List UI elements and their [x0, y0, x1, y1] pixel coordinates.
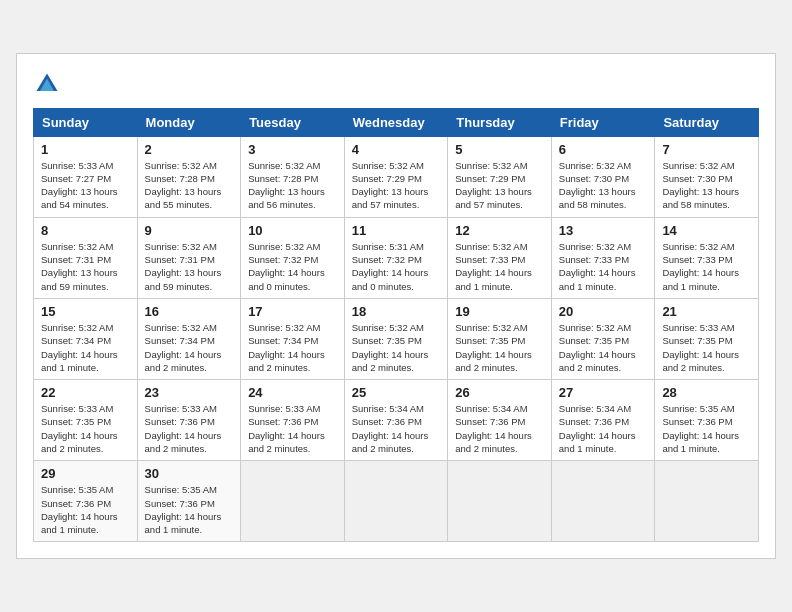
day-number: 15 [41, 304, 130, 319]
day-number: 29 [41, 466, 130, 481]
calendar-cell [344, 461, 448, 542]
header-sunday: Sunday [34, 108, 138, 136]
calendar-week-row: 22Sunrise: 5:33 AMSunset: 7:35 PMDayligh… [34, 380, 759, 461]
calendar-cell: 20Sunrise: 5:32 AMSunset: 7:35 PMDayligh… [551, 298, 655, 379]
day-number: 4 [352, 142, 441, 157]
calendar-week-row: 15Sunrise: 5:32 AMSunset: 7:34 PMDayligh… [34, 298, 759, 379]
calendar-week-row: 29Sunrise: 5:35 AMSunset: 7:36 PMDayligh… [34, 461, 759, 542]
day-info: Sunrise: 5:35 AMSunset: 7:36 PMDaylight:… [662, 402, 751, 455]
day-number: 22 [41, 385, 130, 400]
day-info: Sunrise: 5:32 AMSunset: 7:29 PMDaylight:… [455, 159, 544, 212]
calendar-cell [448, 461, 552, 542]
day-info: Sunrise: 5:32 AMSunset: 7:35 PMDaylight:… [455, 321, 544, 374]
calendar-cell: 15Sunrise: 5:32 AMSunset: 7:34 PMDayligh… [34, 298, 138, 379]
calendar-cell: 10Sunrise: 5:32 AMSunset: 7:32 PMDayligh… [241, 217, 345, 298]
calendar-cell: 3Sunrise: 5:32 AMSunset: 7:28 PMDaylight… [241, 136, 345, 217]
day-info: Sunrise: 5:32 AMSunset: 7:34 PMDaylight:… [145, 321, 234, 374]
header-thursday: Thursday [448, 108, 552, 136]
day-number: 13 [559, 223, 648, 238]
header-friday: Friday [551, 108, 655, 136]
day-info: Sunrise: 5:32 AMSunset: 7:28 PMDaylight:… [248, 159, 337, 212]
day-info: Sunrise: 5:32 AMSunset: 7:33 PMDaylight:… [662, 240, 751, 293]
day-info: Sunrise: 5:32 AMSunset: 7:34 PMDaylight:… [41, 321, 130, 374]
day-info: Sunrise: 5:33 AMSunset: 7:35 PMDaylight:… [41, 402, 130, 455]
day-number: 21 [662, 304, 751, 319]
calendar-cell: 19Sunrise: 5:32 AMSunset: 7:35 PMDayligh… [448, 298, 552, 379]
day-number: 20 [559, 304, 648, 319]
day-info: Sunrise: 5:31 AMSunset: 7:32 PMDaylight:… [352, 240, 441, 293]
day-number: 10 [248, 223, 337, 238]
calendar-cell: 16Sunrise: 5:32 AMSunset: 7:34 PMDayligh… [137, 298, 241, 379]
calendar-cell: 29Sunrise: 5:35 AMSunset: 7:36 PMDayligh… [34, 461, 138, 542]
calendar-cell: 1Sunrise: 5:33 AMSunset: 7:27 PMDaylight… [34, 136, 138, 217]
day-info: Sunrise: 5:32 AMSunset: 7:32 PMDaylight:… [248, 240, 337, 293]
day-info: Sunrise: 5:32 AMSunset: 7:30 PMDaylight:… [559, 159, 648, 212]
day-number: 26 [455, 385, 544, 400]
day-number: 25 [352, 385, 441, 400]
calendar-cell: 13Sunrise: 5:32 AMSunset: 7:33 PMDayligh… [551, 217, 655, 298]
header-monday: Monday [137, 108, 241, 136]
day-info: Sunrise: 5:34 AMSunset: 7:36 PMDaylight:… [352, 402, 441, 455]
day-number: 19 [455, 304, 544, 319]
day-info: Sunrise: 5:32 AMSunset: 7:35 PMDaylight:… [559, 321, 648, 374]
header-tuesday: Tuesday [241, 108, 345, 136]
day-number: 8 [41, 223, 130, 238]
day-number: 24 [248, 385, 337, 400]
day-number: 17 [248, 304, 337, 319]
calendar-cell: 6Sunrise: 5:32 AMSunset: 7:30 PMDaylight… [551, 136, 655, 217]
day-number: 18 [352, 304, 441, 319]
calendar-cell [241, 461, 345, 542]
day-info: Sunrise: 5:33 AMSunset: 7:35 PMDaylight:… [662, 321, 751, 374]
day-number: 1 [41, 142, 130, 157]
calendar-cell: 27Sunrise: 5:34 AMSunset: 7:36 PMDayligh… [551, 380, 655, 461]
day-info: Sunrise: 5:35 AMSunset: 7:36 PMDaylight:… [145, 483, 234, 536]
calendar-cell [551, 461, 655, 542]
day-number: 23 [145, 385, 234, 400]
logo [33, 70, 65, 98]
day-info: Sunrise: 5:32 AMSunset: 7:30 PMDaylight:… [662, 159, 751, 212]
day-number: 27 [559, 385, 648, 400]
calendar-cell: 7Sunrise: 5:32 AMSunset: 7:30 PMDaylight… [655, 136, 759, 217]
day-info: Sunrise: 5:32 AMSunset: 7:33 PMDaylight:… [559, 240, 648, 293]
calendar-cell: 25Sunrise: 5:34 AMSunset: 7:36 PMDayligh… [344, 380, 448, 461]
day-number: 6 [559, 142, 648, 157]
calendar-cell: 21Sunrise: 5:33 AMSunset: 7:35 PMDayligh… [655, 298, 759, 379]
calendar-cell: 11Sunrise: 5:31 AMSunset: 7:32 PMDayligh… [344, 217, 448, 298]
day-info: Sunrise: 5:33 AMSunset: 7:27 PMDaylight:… [41, 159, 130, 212]
header-wednesday: Wednesday [344, 108, 448, 136]
header-saturday: Saturday [655, 108, 759, 136]
calendar-cell: 28Sunrise: 5:35 AMSunset: 7:36 PMDayligh… [655, 380, 759, 461]
calendar-cell: 24Sunrise: 5:33 AMSunset: 7:36 PMDayligh… [241, 380, 345, 461]
day-info: Sunrise: 5:32 AMSunset: 7:31 PMDaylight:… [145, 240, 234, 293]
day-info: Sunrise: 5:34 AMSunset: 7:36 PMDaylight:… [455, 402, 544, 455]
calendar-cell [655, 461, 759, 542]
calendar-cell: 9Sunrise: 5:32 AMSunset: 7:31 PMDaylight… [137, 217, 241, 298]
day-number: 3 [248, 142, 337, 157]
calendar-container: Sunday Monday Tuesday Wednesday Thursday… [16, 53, 776, 560]
day-number: 14 [662, 223, 751, 238]
day-number: 11 [352, 223, 441, 238]
day-info: Sunrise: 5:34 AMSunset: 7:36 PMDaylight:… [559, 402, 648, 455]
logo-icon [33, 70, 61, 98]
calendar-week-row: 1Sunrise: 5:33 AMSunset: 7:27 PMDaylight… [34, 136, 759, 217]
day-info: Sunrise: 5:33 AMSunset: 7:36 PMDaylight:… [145, 402, 234, 455]
day-number: 30 [145, 466, 234, 481]
day-number: 28 [662, 385, 751, 400]
day-number: 9 [145, 223, 234, 238]
day-number: 2 [145, 142, 234, 157]
calendar-cell: 14Sunrise: 5:32 AMSunset: 7:33 PMDayligh… [655, 217, 759, 298]
calendar-cell: 23Sunrise: 5:33 AMSunset: 7:36 PMDayligh… [137, 380, 241, 461]
day-number: 16 [145, 304, 234, 319]
day-number: 5 [455, 142, 544, 157]
calendar-table: Sunday Monday Tuesday Wednesday Thursday… [33, 108, 759, 543]
calendar-cell: 5Sunrise: 5:32 AMSunset: 7:29 PMDaylight… [448, 136, 552, 217]
calendar-cell: 2Sunrise: 5:32 AMSunset: 7:28 PMDaylight… [137, 136, 241, 217]
calendar-cell: 4Sunrise: 5:32 AMSunset: 7:29 PMDaylight… [344, 136, 448, 217]
day-info: Sunrise: 5:32 AMSunset: 7:29 PMDaylight:… [352, 159, 441, 212]
calendar-cell: 26Sunrise: 5:34 AMSunset: 7:36 PMDayligh… [448, 380, 552, 461]
day-info: Sunrise: 5:32 AMSunset: 7:33 PMDaylight:… [455, 240, 544, 293]
calendar-week-row: 8Sunrise: 5:32 AMSunset: 7:31 PMDaylight… [34, 217, 759, 298]
weekday-header-row: Sunday Monday Tuesday Wednesday Thursday… [34, 108, 759, 136]
calendar-cell: 22Sunrise: 5:33 AMSunset: 7:35 PMDayligh… [34, 380, 138, 461]
day-info: Sunrise: 5:32 AMSunset: 7:34 PMDaylight:… [248, 321, 337, 374]
